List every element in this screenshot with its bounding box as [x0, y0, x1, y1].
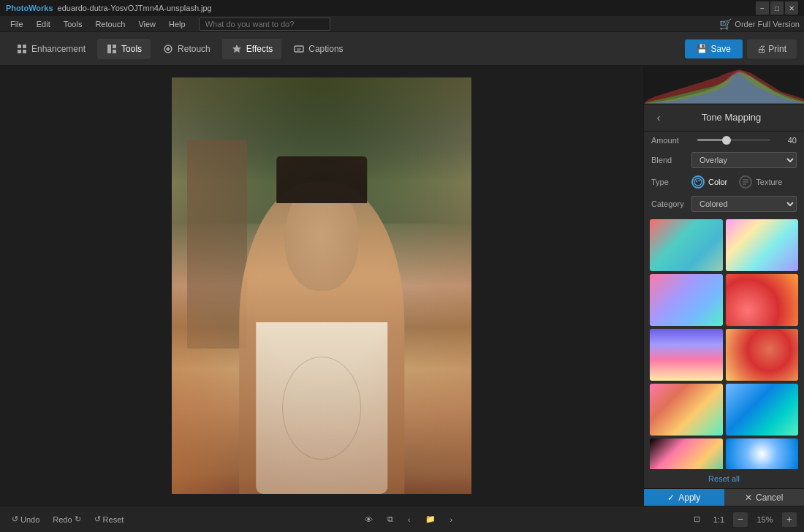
retouch-label: Retouch [178, 44, 211, 54]
menu-retouch[interactable]: Retouch [89, 18, 131, 30]
histogram-graph [644, 66, 804, 104]
compare-button[interactable]: ⧉ [383, 512, 398, 526]
menu-edit[interactable]: Edit [31, 18, 56, 30]
photo-vignette [172, 77, 471, 494]
apply-bar: ✓ Apply ✕ Cancel [644, 488, 804, 506]
preset-5[interactable] [650, 329, 723, 381]
order-full-version[interactable]: 🛒 Order Full Version [719, 18, 800, 30]
effects-label: Effects [246, 44, 273, 54]
photo-display [172, 77, 471, 494]
save-button[interactable]: 💾 Save [685, 39, 743, 58]
title-bar-info: PhotoWorks eduardo-dutra-YosvOJTmn4A-uns… [6, 4, 212, 12]
preset-10[interactable] [726, 438, 799, 469]
menu-bar: File Edit Tools Retouch View Help 🛒 Orde… [0, 16, 804, 32]
reset-icon: ↺ [94, 514, 101, 524]
next-button[interactable]: › [446, 513, 458, 526]
texture-type-icon [739, 175, 752, 189]
back-button[interactable]: ‹ [651, 110, 666, 125]
preset-7[interactable] [650, 384, 723, 436]
svg-marker-5 [232, 45, 241, 53]
presets-scroll[interactable] [644, 215, 804, 470]
type-color-option[interactable]: Color [691, 175, 727, 189]
menu-file[interactable]: File [4, 18, 29, 30]
retouch-tab[interactable]: Retouch [153, 39, 219, 59]
color-type-icon [691, 175, 705, 189]
toolbar-actions: 💾 Save 🖨 Print [685, 39, 797, 58]
zoom-out-button[interactable]: − [733, 512, 748, 527]
undo-button[interactable]: ↺ Undo [7, 512, 44, 526]
amount-slider-thumb[interactable] [722, 136, 731, 145]
zoom-1to1-button[interactable]: 1:1 [709, 513, 729, 526]
compare-icon: ⧉ [387, 514, 393, 524]
effects-tab[interactable]: Effects [222, 39, 281, 59]
reset-row: Reset all [644, 469, 804, 488]
amount-value: 40 [776, 136, 797, 145]
save-label: Save [711, 44, 731, 54]
color-type-label: Color [708, 178, 727, 186]
title-bar: PhotoWorks eduardo-dutra-YosvOJTmn4A-uns… [0, 0, 804, 16]
cancel-label: Cancel [756, 493, 783, 503]
preset-3[interactable] [650, 274, 723, 326]
reset-link[interactable]: Reset all [708, 474, 740, 483]
preset-4[interactable] [726, 274, 799, 326]
preset-2[interactable] [726, 219, 799, 271]
bottom-right: ⊡ 1:1 − 15% + [689, 512, 797, 527]
reset-button[interactable]: ↺ Reset [90, 512, 129, 526]
order-label: Order Full Version [735, 20, 800, 28]
blend-select[interactable]: Overlay [691, 152, 797, 168]
app-logo: PhotoWorks [6, 4, 53, 12]
cancel-button[interactable]: ✕ Cancel [724, 489, 805, 506]
blend-control: Blend Overlay [644, 149, 804, 171]
menu-help[interactable]: Help [163, 18, 191, 30]
category-label: Category [651, 200, 691, 208]
bottom-center: 👁 ⧉ ‹ 📁 › [134, 512, 683, 526]
zoom-in-button[interactable]: + [782, 512, 797, 527]
close-button[interactable]: ✕ [785, 1, 798, 15]
folder-button[interactable]: 📁 [421, 512, 440, 526]
preset-6[interactable] [726, 329, 799, 381]
menu-view[interactable]: View [132, 18, 162, 30]
undo-label: Undo [20, 515, 39, 524]
amount-label: Amount [651, 136, 691, 145]
svg-rect-2 [18, 50, 21, 53]
svg-point-8 [694, 178, 702, 186]
maximize-button[interactable]: □ [770, 1, 784, 15]
fit-button[interactable]: ⊡ [689, 512, 705, 526]
captions-icon [293, 43, 305, 55]
type-label: Type [651, 178, 691, 186]
category-select[interactable]: Colored [691, 196, 797, 212]
eye-button[interactable]: 👁 [360, 513, 377, 526]
amount-slider[interactable] [697, 139, 770, 141]
type-options: Color Texture [691, 175, 782, 189]
amount-control: Amount 40 [644, 132, 804, 149]
preset-9[interactable] [650, 438, 723, 469]
svg-rect-3 [23, 50, 26, 53]
tools-tab[interactable]: Tools [97, 39, 151, 59]
bottom-left: ↺ Undo Redo ↻ ↺ Reset [7, 512, 128, 526]
enhancement-tab[interactable]: Enhancement [7, 39, 94, 59]
right-panel: ‹ Tone Mapping Amount 40 Blend Overlay T… [643, 66, 804, 506]
redo-button[interactable]: Redo ↻ [48, 512, 85, 526]
panel-title: Tone Mapping [666, 112, 797, 123]
print-button[interactable]: 🖨 Print [747, 39, 797, 58]
type-texture-option[interactable]: Texture [739, 175, 782, 189]
save-icon: 💾 [697, 44, 708, 54]
enhancement-label: Enhancement [31, 44, 86, 54]
apply-button[interactable]: ✓ Apply [644, 489, 724, 506]
main-area: ‹ Tone Mapping Amount 40 Blend Overlay T… [0, 66, 804, 506]
zoom-value: 15% [752, 515, 778, 524]
prev-icon: ‹ [408, 515, 411, 524]
preset-8[interactable] [726, 384, 799, 436]
menu-tools[interactable]: Tools [58, 18, 88, 30]
minimize-button[interactable]: − [756, 1, 769, 15]
check-icon: ✓ [667, 493, 675, 503]
menu-search-input[interactable] [199, 18, 330, 31]
texture-type-label: Texture [756, 178, 782, 186]
captions-tab[interactable]: Captions [284, 39, 352, 59]
preset-1[interactable] [650, 219, 723, 271]
cancel-icon: ✕ [745, 493, 752, 503]
print-label: Print [768, 44, 786, 54]
prev-button[interactable]: ‹ [403, 513, 415, 526]
folder-icon: 📁 [425, 514, 436, 524]
palette-icon [694, 178, 702, 186]
